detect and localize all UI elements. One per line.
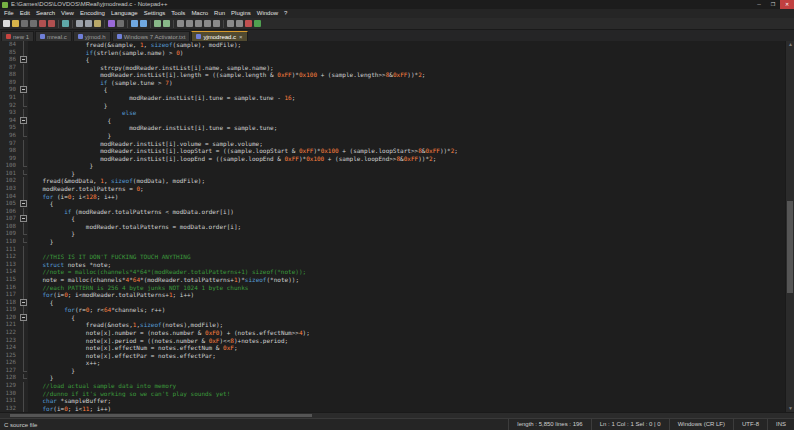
code-text[interactable]: note[x].effectNum = notes.effectNum & 0x…: [28, 344, 794, 352]
line-number[interactable]: 120: [0, 314, 19, 322]
line-number[interactable]: 90: [0, 86, 19, 94]
code-text[interactable]: if (sample.tune > 7): [28, 79, 794, 87]
line-number[interactable]: 95: [0, 124, 19, 132]
line-number[interactable]: 119: [0, 306, 19, 314]
new-file-icon[interactable]: [3, 20, 10, 27]
code-text[interactable]: //dunno if it's working so we can't play…: [28, 390, 794, 398]
zoom-in-icon[interactable]: [154, 20, 161, 27]
line-number[interactable]: 100: [0, 162, 19, 170]
code-line[interactable]: 120 {: [0, 314, 794, 322]
scroll-down-icon[interactable]: ▼: [786, 405, 794, 412]
line-number[interactable]: 121: [0, 321, 19, 329]
line-number[interactable]: 102: [0, 177, 19, 185]
code-line[interactable]: 86 {: [0, 56, 794, 64]
code-text[interactable]: modReader.totalPatterns = modData.order[…: [28, 223, 794, 231]
code-text[interactable]: note[x].period = ((notes.number & 0xF)<<…: [28, 337, 794, 345]
menu-item-edit[interactable]: Edit: [17, 9, 33, 18]
code-text[interactable]: modReader.instList[i].tune = sample.tune…: [28, 94, 794, 102]
code-line[interactable]: 132 for(i=0; i<11; i++): [0, 405, 794, 412]
menu-item-help[interactable]: ?: [281, 9, 290, 18]
code-line[interactable]: 113 struct notes *note;: [0, 261, 794, 269]
code-line[interactable]: 119 for(r=0; r<64*channels; r++): [0, 306, 794, 314]
line-number[interactable]: 117: [0, 291, 19, 299]
word-wrap-icon[interactable]: [195, 20, 202, 27]
code-text[interactable]: if (modReader.totalPatterns < modData.or…: [28, 208, 794, 216]
code-line[interactable]: 93 else: [0, 109, 794, 117]
code-line[interactable]: 109 }: [0, 230, 794, 238]
fold-collapse-icon[interactable]: [19, 215, 28, 223]
close-icon[interactable]: [39, 20, 46, 27]
code-text[interactable]: {: [28, 117, 794, 125]
fold-collapse-icon[interactable]: [19, 299, 28, 307]
code-text[interactable]: //THIS IS IT DON'T FUCKING TOUCH ANYTHIN…: [28, 253, 794, 261]
code-line[interactable]: 85 if(strlen(sample.name) > 0): [0, 49, 794, 57]
line-number[interactable]: 113: [0, 261, 19, 269]
line-number[interactable]: 111: [0, 246, 19, 254]
code-text[interactable]: for(i=0; i<11; i++): [28, 405, 794, 412]
menu-item-language[interactable]: Language: [108, 9, 141, 18]
line-number[interactable]: 86: [0, 56, 19, 64]
code-text[interactable]: {: [28, 200, 794, 208]
code-line[interactable]: 131 char *sampleBuffer;: [0, 397, 794, 405]
vertical-scrollbar[interactable]: ▲ ▼: [785, 41, 794, 412]
code-line[interactable]: 102 fread(&modData, 1, sizeof(modData), …: [0, 177, 794, 185]
fold-collapse-icon[interactable]: [19, 86, 28, 94]
code-text[interactable]: char *sampleBuffer;: [28, 397, 794, 405]
horizontal-scrollbar-thumb[interactable]: [10, 414, 312, 417]
tab-new-1[interactable]: new 1: [1, 31, 34, 41]
line-number[interactable]: 85: [0, 49, 19, 57]
menu-item-search[interactable]: Search: [33, 9, 58, 18]
code-line[interactable]: 125 note[x].effectPar = notes.effectPar;: [0, 352, 794, 360]
code-line[interactable]: 100 }: [0, 162, 794, 170]
code-text[interactable]: fread(&modData, 1, sizeof(modData), modF…: [28, 177, 794, 185]
code-line[interactable]: 126 x++;: [0, 359, 794, 367]
code-text[interactable]: modReader.instList[i].volume = sample.vo…: [28, 140, 794, 148]
line-number[interactable]: 106: [0, 208, 19, 216]
line-number[interactable]: 132: [0, 405, 19, 412]
find-icon[interactable]: [131, 20, 138, 27]
code-line[interactable]: 116 //each PATTERN is 256 4 byte junks N…: [0, 284, 794, 292]
code-line[interactable]: 104 for (i=0; i<128; i++): [0, 193, 794, 201]
menu-item-run[interactable]: Run: [211, 9, 228, 18]
code-line[interactable]: 97 modReader.instList[i].volume = sample…: [0, 140, 794, 148]
line-number[interactable]: 98: [0, 147, 19, 155]
print-icon[interactable]: [62, 20, 69, 27]
line-number[interactable]: 87: [0, 64, 19, 72]
code-text[interactable]: }: [28, 238, 794, 246]
code-text[interactable]: //note = malloc(channels*4*64*(modReader…: [28, 268, 794, 276]
code-text[interactable]: modReader.instList[i].loopStart = ((samp…: [28, 147, 794, 155]
code-text[interactable]: }: [28, 162, 794, 170]
replace-icon[interactable]: [140, 20, 147, 27]
close-all-icon[interactable]: [48, 20, 55, 27]
line-number[interactable]: 105: [0, 200, 19, 208]
tab-yjmodread-c[interactable]: yjmodread.c×: [191, 31, 247, 41]
fold-collapse-icon[interactable]: [19, 200, 28, 208]
code-text[interactable]: if(strlen(sample.name) > 0): [28, 49, 794, 57]
function-list-icon[interactable]: [227, 20, 234, 27]
line-number[interactable]: 124: [0, 344, 19, 352]
line-number[interactable]: 125: [0, 352, 19, 360]
line-number[interactable]: 112: [0, 253, 19, 261]
scroll-up-icon[interactable]: ▲: [786, 41, 794, 48]
menu-item-view[interactable]: View: [58, 9, 77, 18]
line-number[interactable]: 129: [0, 382, 19, 390]
code-text[interactable]: }: [28, 230, 794, 238]
sync-vertical-icon[interactable]: [177, 20, 184, 27]
maximize-button[interactable]: ❐: [766, 0, 780, 9]
code-line[interactable]: 87 strcpy(modReader.instList[i].name, sa…: [0, 64, 794, 72]
code-line[interactable]: 103 modReader.totalPatterns = 0;: [0, 185, 794, 193]
line-number[interactable]: 99: [0, 155, 19, 163]
copy-icon[interactable]: [85, 20, 92, 27]
line-number[interactable]: 128: [0, 374, 19, 382]
code-line[interactable]: 88 modReader.instList[i].length = ((samp…: [0, 71, 794, 79]
line-number[interactable]: 110: [0, 238, 19, 246]
code-text[interactable]: note[x].number = (notes.number & 0xF0) +…: [28, 329, 794, 337]
code-text[interactable]: modReader.totalPatterns = 0;: [28, 185, 794, 193]
code-text[interactable]: fread(&sample, 1, sizeof(sample), modFil…: [28, 41, 794, 49]
code-line[interactable]: 92 }: [0, 102, 794, 110]
line-number[interactable]: 97: [0, 140, 19, 148]
play-macro-icon[interactable]: [254, 20, 261, 27]
code-line[interactable]: 95 modReader.instList[i].tune = sample.t…: [0, 124, 794, 132]
fold-collapse-icon[interactable]: [19, 56, 28, 64]
open-folder-icon[interactable]: [12, 20, 19, 27]
